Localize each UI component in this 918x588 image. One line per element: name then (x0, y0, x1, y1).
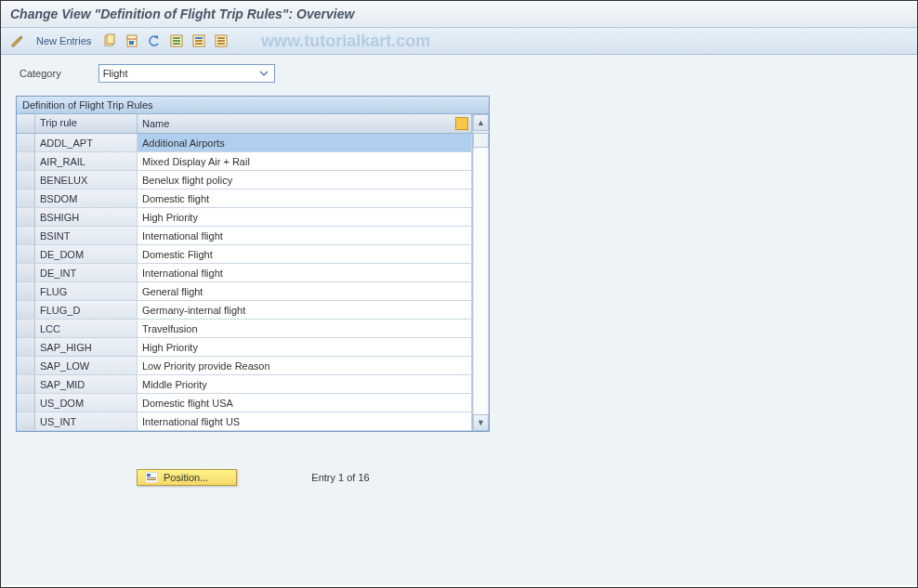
scroll-track[interactable] (473, 148, 489, 414)
cell-name[interactable]: High Priority (138, 338, 472, 356)
table-row[interactable]: AIR_RAILMixed Display Air + Rail (17, 152, 472, 171)
cell-trip-rule[interactable]: US_DOM (35, 394, 138, 412)
row-selector[interactable] (17, 264, 35, 281)
table-row[interactable]: DE_DOMDomestic Flight (17, 245, 472, 264)
cell-name[interactable]: High Priority (138, 208, 472, 226)
row-selector[interactable] (17, 134, 35, 151)
select-block-icon[interactable] (190, 32, 208, 50)
cell-trip-rule[interactable]: ADDL_APT (35, 134, 138, 151)
toolbar: New Entries www.tutorialkart.com (1, 28, 917, 55)
select-all-icon[interactable] (167, 32, 186, 50)
table-row[interactable]: US_DOMDomestic flight USA (17, 394, 472, 412)
svg-rect-18 (147, 477, 156, 478)
row-selector[interactable] (17, 282, 35, 300)
title-bar: Change View "Definition of Flight Trip R… (1, 1, 917, 28)
row-selector[interactable] (17, 412, 35, 430)
svg-rect-9 (195, 37, 203, 39)
cell-trip-rule[interactable]: BSDOM (35, 189, 138, 207)
cell-trip-rule[interactable]: FLUG_D (35, 301, 138, 319)
category-select[interactable]: Flight (98, 64, 275, 83)
cell-name[interactable]: International flight US (138, 412, 472, 430)
svg-rect-14 (217, 40, 225, 42)
table-row[interactable]: BSHIGHHigh Priority (17, 208, 472, 227)
cell-name[interactable]: Domestic flight USA (138, 394, 472, 412)
cell-name[interactable]: Mixed Display Air + Rail (138, 152, 472, 170)
position-button[interactable]: Position... (137, 469, 237, 486)
svg-rect-19 (147, 479, 156, 480)
row-selector[interactable] (17, 320, 35, 337)
scroll-thumb[interactable] (473, 133, 489, 148)
row-selector[interactable] (17, 301, 35, 319)
table-row[interactable]: FLUGGeneral flight (17, 282, 472, 301)
scroll-up-icon[interactable]: ▲ (473, 114, 489, 131)
table-body: ADDL_APTAdditional AirportsAIR_RAILMixed… (17, 134, 472, 431)
cell-name[interactable]: Germany-internal flight (138, 301, 472, 319)
vertical-scrollbar[interactable]: ▲ ▼ (472, 114, 489, 431)
cell-trip-rule[interactable]: BSHIGH (35, 208, 138, 226)
cell-name[interactable]: Additional Airports (138, 134, 472, 151)
row-selector[interactable] (17, 152, 35, 170)
table-row[interactable]: LCCTravelfusion (17, 320, 472, 338)
cell-trip-rule[interactable]: DE_INT (35, 264, 138, 281)
toggle-display-change-icon[interactable] (8, 32, 27, 50)
table-row[interactable]: ADDL_APTAdditional Airports (17, 134, 472, 152)
table-row[interactable]: DE_INTInternational flight (17, 264, 472, 282)
row-selector[interactable] (17, 375, 35, 393)
cell-name[interactable]: International flight (138, 227, 472, 244)
column-name[interactable]: Name (138, 114, 472, 133)
scroll-down-icon[interactable]: ▼ (473, 414, 489, 431)
table-row[interactable]: SAP_HIGHHigh Priority (17, 338, 472, 357)
table-header: Trip rule Name (17, 114, 472, 134)
row-selector[interactable] (17, 227, 35, 244)
row-selector[interactable] (17, 394, 35, 412)
copy-as-icon[interactable] (100, 32, 119, 50)
cell-trip-rule[interactable]: SAP_LOW (35, 357, 138, 374)
cell-name[interactable]: Low Priority provide Reason (138, 357, 472, 374)
entry-counter: Entry 1 of 16 (311, 472, 369, 483)
cell-name[interactable]: General flight (138, 282, 472, 300)
row-selector[interactable] (17, 245, 35, 263)
cell-name[interactable]: Domestic flight (138, 189, 472, 207)
column-selector[interactable] (17, 114, 35, 133)
cell-trip-rule[interactable]: BENELUX (35, 171, 138, 189)
category-value: Flight (103, 68, 128, 79)
cell-trip-rule[interactable]: SAP_MID (35, 375, 138, 393)
table-settings-icon[interactable] (455, 117, 468, 130)
cell-trip-rule[interactable]: DE_DOM (35, 245, 138, 263)
cell-trip-rule[interactable]: LCC (35, 320, 138, 337)
cell-name[interactable]: Domestic Flight (138, 245, 472, 263)
table-row[interactable]: BENELUXBenelux flight policy (17, 171, 472, 189)
column-trip-rule[interactable]: Trip rule (35, 114, 138, 133)
deselect-all-icon[interactable] (212, 32, 230, 50)
table-row[interactable]: SAP_MIDMiddle Priority (17, 375, 472, 394)
undo-icon[interactable] (145, 32, 164, 50)
row-selector[interactable] (17, 208, 35, 226)
svg-rect-13 (217, 37, 225, 39)
row-selector[interactable] (17, 338, 35, 356)
svg-rect-1 (107, 34, 114, 44)
table-row[interactable]: SAP_LOWLow Priority provide Reason (17, 357, 472, 375)
delete-icon[interactable] (123, 32, 141, 50)
watermark-text: www.tutorialkart.com (261, 32, 430, 51)
row-selector[interactable] (17, 357, 35, 374)
table-row[interactable]: BSINTInternational flight (17, 227, 472, 245)
rules-table: Trip rule Name ADDL_APTAdditional Airpor… (17, 114, 472, 431)
svg-rect-10 (195, 40, 203, 42)
cell-name[interactable]: Travelfusion (138, 320, 472, 337)
cell-trip-rule[interactable]: US_INT (35, 412, 138, 430)
table-row[interactable]: FLUG_DGermany-internal flight (17, 301, 472, 320)
new-entries-link[interactable]: New Entries (31, 35, 97, 46)
cell-name[interactable]: International flight (138, 264, 472, 281)
row-selector[interactable] (17, 171, 35, 189)
svg-rect-6 (173, 40, 180, 42)
cell-trip-rule[interactable]: BSINT (35, 227, 138, 244)
cell-trip-rule[interactable]: SAP_HIGH (35, 338, 138, 356)
cell-trip-rule[interactable]: AIR_RAIL (35, 152, 138, 170)
row-selector[interactable] (17, 189, 35, 207)
svg-rect-3 (129, 41, 134, 45)
cell-name[interactable]: Benelux flight policy (138, 171, 472, 189)
cell-trip-rule[interactable]: FLUG (35, 282, 138, 300)
table-row[interactable]: US_INTInternational flight US (17, 412, 472, 431)
table-row[interactable]: BSDOMDomestic flight (17, 189, 472, 208)
cell-name[interactable]: Middle Priority (138, 375, 472, 393)
